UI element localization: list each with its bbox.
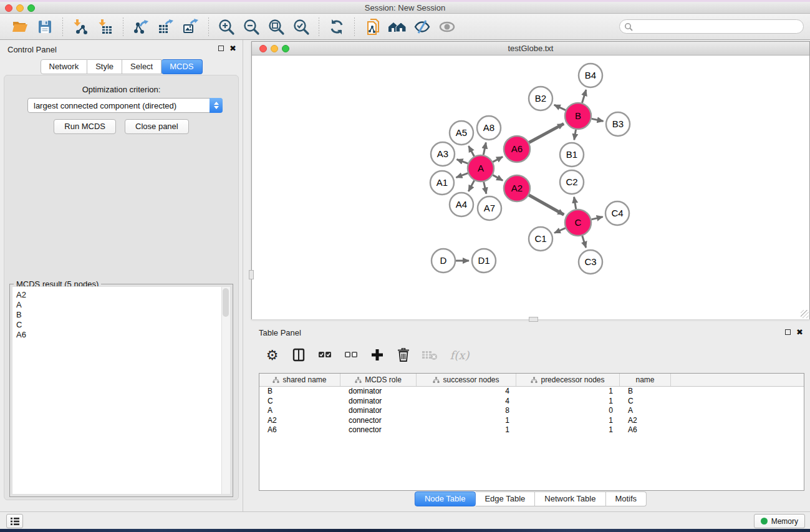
graph-node-C2[interactable]: C2 [560,170,584,194]
cell-name[interactable]: B [620,387,671,397]
tab-network[interactable]: Network [40,59,87,74]
table-row[interactable]: Adominator80A [259,406,804,416]
edge-A-A1[interactable] [456,173,468,178]
close-table-panel-icon[interactable]: ✖ [796,329,803,335]
graph-node-A3[interactable]: A3 [431,142,455,166]
edge-A2-C[interactable] [529,195,564,215]
edge-C-C2[interactable] [574,197,576,210]
zoom-selected-icon[interactable] [292,17,311,36]
add-row-icon[interactable] [369,347,385,364]
float-table-panel-icon[interactable] [785,329,791,335]
hide-selected-icon[interactable] [413,17,432,36]
edge-B-B4[interactable] [582,90,586,103]
graph-node-B4[interactable]: B4 [579,64,602,87]
graph-node-A7[interactable]: A7 [478,196,501,220]
edge-B-B1[interactable] [574,130,576,140]
tab-network-table[interactable]: Network Table [535,491,605,506]
float-panel-icon[interactable] [218,46,224,51]
cell-shared-name[interactable]: C [259,397,340,407]
export-image-icon[interactable] [181,17,200,36]
tab-mcds[interactable]: MCDS [162,59,202,74]
zoom-in-icon[interactable] [217,17,236,36]
clone-network-icon[interactable] [363,17,382,36]
refresh-layout-icon[interactable] [327,17,346,36]
delete-row-icon[interactable] [395,347,412,364]
cell-successor-nodes[interactable]: 4 [417,397,516,407]
edge-C-C1[interactable] [554,228,566,233]
vertical-splitter-handle[interactable] [249,270,254,279]
graph-node-D[interactable]: D [432,249,455,273]
column-visibility-icon[interactable] [290,347,307,364]
result-scrollbar[interactable] [221,287,230,494]
session-titlebar[interactable]: Session: New Session [0,2,810,14]
edge-A-A2[interactable] [493,175,503,181]
result-item[interactable]: B [12,310,230,320]
network-window-titlebar[interactable]: testGlobe.txt [252,42,809,56]
graph-node-B1[interactable]: B1 [560,143,584,167]
edge-A-A7[interactable] [484,182,486,194]
result-item[interactable]: A [12,300,230,310]
graph-node-A6[interactable]: A6 [504,136,530,162]
graph-node-C1[interactable]: C1 [529,227,552,251]
result-item[interactable]: A6 [12,330,230,340]
node-table[interactable]: shared nameMCDS rolesuccessor nodesprede… [259,373,804,491]
column-header-MCDS-role[interactable]: MCDS role [340,374,417,386]
edge-B-B3[interactable] [592,118,604,121]
cell-predecessor-nodes[interactable]: 1 [516,425,620,435]
close-panel-icon[interactable]: ✖ [229,46,236,51]
graph-node-A8[interactable]: A8 [477,116,501,140]
cell-name[interactable]: A2 [620,416,671,426]
cell-MCDS-role[interactable]: dominator [340,387,417,397]
cell-predecessor-nodes[interactable]: 1 [516,416,620,426]
table-row[interactable]: A6connector11A6 [259,425,804,435]
graph-node-B3[interactable]: B3 [606,112,630,136]
column-header-name[interactable]: name [620,374,671,386]
cell-MCDS-role[interactable]: dominator [340,406,417,416]
export-table-icon[interactable] [157,17,175,36]
result-item[interactable]: C [12,320,230,330]
zoom-fit-icon[interactable] [267,17,286,36]
edge-A-A4[interactable] [468,180,474,191]
horizontal-splitter-handle[interactable] [529,317,538,322]
edge-A6-B[interactable] [529,123,564,142]
table-row[interactable]: Bdominator41B [259,387,804,397]
tab-motifs[interactable]: Motifs [605,491,647,506]
cell-MCDS-role[interactable]: connector [340,425,417,435]
cell-MCDS-role[interactable]: dominator [340,397,417,407]
import-network-icon[interactable] [71,17,90,36]
cell-name[interactable]: A6 [620,425,671,435]
tab-select[interactable]: Select [122,59,162,74]
table-settings-icon[interactable]: ⚙ [264,347,281,364]
tab-node-table[interactable]: Node Table [415,491,476,506]
cell-successor-nodes[interactable]: 1 [417,416,516,426]
table-row[interactable]: Cdominator41C [259,397,804,407]
cell-predecessor-nodes[interactable]: 0 [516,406,620,416]
network-canvas[interactable]: AA1A2A3A4A5A6A7A8BB1B2B3B4CC1C2C3C4DD1 [252,56,809,319]
cell-shared-name[interactable]: B [259,387,340,397]
select-all-icon[interactable] [316,347,333,364]
search-box[interactable] [619,19,804,34]
tab-edge-table[interactable]: Edge Table [475,491,535,506]
cell-name[interactable]: A [620,406,671,416]
edge-C-C3[interactable] [582,236,586,248]
column-header-successor-nodes[interactable]: successor nodes [417,374,516,386]
deselect-all-icon[interactable] [342,347,359,364]
edge-A-A5[interactable] [469,146,475,157]
graph-node-A5[interactable]: A5 [450,121,473,145]
cell-successor-nodes[interactable]: 8 [417,406,516,416]
graph-node-C4[interactable]: C4 [605,201,629,225]
edge-A-A6[interactable] [493,157,503,162]
cell-MCDS-role[interactable]: connector [340,416,417,426]
graph-node-B2[interactable]: B2 [529,87,552,110]
cell-shared-name[interactable]: A [259,406,340,416]
task-history-button[interactable] [6,514,23,528]
zoom-out-icon[interactable] [242,17,261,36]
import-table-icon[interactable] [96,17,115,36]
cell-predecessor-nodes[interactable]: 1 [516,397,620,407]
cell-shared-name[interactable]: A6 [259,425,340,435]
column-header-shared-name[interactable]: shared name [259,374,340,386]
graph-node-A2[interactable]: A2 [504,175,530,201]
mcds-result-list[interactable]: A2ABCA6 [12,286,231,495]
cell-successor-nodes[interactable]: 4 [417,387,516,397]
close-panel-button[interactable]: Close panel [125,119,189,134]
